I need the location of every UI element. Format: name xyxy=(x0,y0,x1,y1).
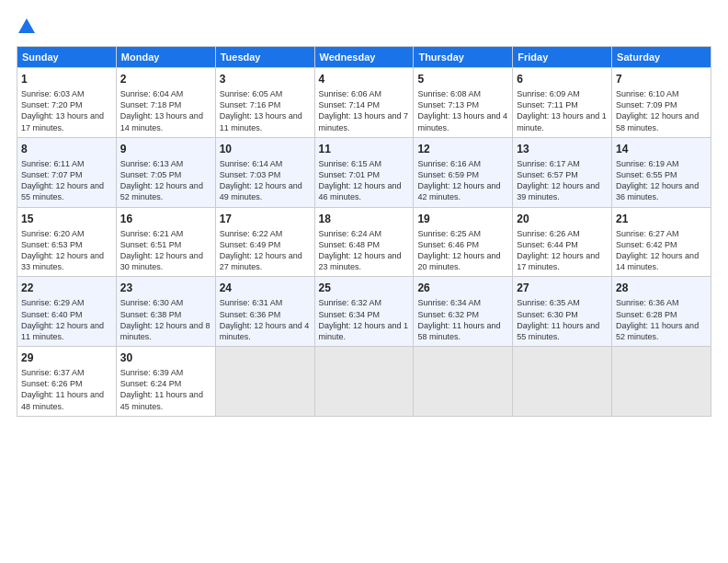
table-row: 7Sunrise: 6:10 AMSunset: 7:09 PMDaylight… xyxy=(612,68,711,138)
col-thursday: Thursday xyxy=(414,47,513,68)
calendar-week-row: 22Sunrise: 6:29 AMSunset: 6:40 PMDayligh… xyxy=(17,277,711,347)
day-number: 25 xyxy=(319,281,410,295)
table-row: 1Sunrise: 6:03 AMSunset: 7:20 PMDaylight… xyxy=(17,68,117,138)
day-info: Sunrise: 6:27 AMSunset: 6:42 PMDaylight:… xyxy=(616,229,699,271)
day-number: 7 xyxy=(616,72,707,86)
calendar-header-row: Sunday Monday Tuesday Wednesday Thursday… xyxy=(17,47,711,68)
day-info: Sunrise: 6:11 AMSunset: 7:07 PMDaylight:… xyxy=(21,159,104,201)
table-row: 25Sunrise: 6:32 AMSunset: 6:34 PMDayligh… xyxy=(314,277,414,347)
logo xyxy=(17,17,37,37)
calendar-week-row: 15Sunrise: 6:20 AMSunset: 6:53 PMDayligh… xyxy=(17,207,711,277)
table-row: 21Sunrise: 6:27 AMSunset: 6:42 PMDayligh… xyxy=(612,207,711,277)
col-friday: Friday xyxy=(513,47,612,68)
table-row: 16Sunrise: 6:21 AMSunset: 6:51 PMDayligh… xyxy=(116,207,215,277)
day-info: Sunrise: 6:13 AMSunset: 7:05 PMDaylight:… xyxy=(120,159,203,201)
logo-icon xyxy=(17,17,37,37)
col-sunday: Sunday xyxy=(17,47,117,68)
day-info: Sunrise: 6:16 AMSunset: 6:59 PMDaylight:… xyxy=(417,159,500,201)
table-row: 29Sunrise: 6:37 AMSunset: 6:26 PMDayligh… xyxy=(17,347,117,417)
day-number: 17 xyxy=(220,212,311,226)
table-row: 3Sunrise: 6:05 AMSunset: 7:16 PMDaylight… xyxy=(215,68,314,138)
calendar-week-row: 8Sunrise: 6:11 AMSunset: 7:07 PMDaylight… xyxy=(17,137,711,207)
day-number: 5 xyxy=(417,72,508,86)
day-info: Sunrise: 6:24 AMSunset: 6:48 PMDaylight:… xyxy=(319,229,402,271)
table-row: 18Sunrise: 6:24 AMSunset: 6:48 PMDayligh… xyxy=(314,207,414,277)
table-row: 15Sunrise: 6:20 AMSunset: 6:53 PMDayligh… xyxy=(17,207,117,277)
day-number: 20 xyxy=(517,212,608,226)
day-info: Sunrise: 6:10 AMSunset: 7:09 PMDaylight:… xyxy=(616,89,699,132)
day-info: Sunrise: 6:08 AMSunset: 7:13 PMDaylight:… xyxy=(417,89,507,132)
day-number: 11 xyxy=(319,142,410,156)
table-row: 4Sunrise: 6:06 AMSunset: 7:14 PMDaylight… xyxy=(314,68,414,138)
table-row: 13Sunrise: 6:17 AMSunset: 6:57 PMDayligh… xyxy=(513,137,612,207)
col-wednesday: Wednesday xyxy=(314,47,414,68)
day-info: Sunrise: 6:06 AMSunset: 7:14 PMDaylight:… xyxy=(319,89,409,132)
day-number: 19 xyxy=(417,212,508,226)
day-number: 8 xyxy=(21,142,112,156)
table-row xyxy=(414,347,513,417)
day-number: 12 xyxy=(417,142,508,156)
day-info: Sunrise: 6:34 AMSunset: 6:32 PMDaylight:… xyxy=(417,298,500,340)
day-number: 18 xyxy=(319,212,410,226)
page: Sunday Monday Tuesday Wednesday Thursday… xyxy=(0,0,728,563)
day-info: Sunrise: 6:31 AMSunset: 6:36 PMDaylight:… xyxy=(220,298,310,340)
table-row xyxy=(314,347,414,417)
day-info: Sunrise: 6:35 AMSunset: 6:30 PMDaylight:… xyxy=(517,298,599,340)
day-number: 16 xyxy=(120,212,211,226)
day-info: Sunrise: 6:14 AMSunset: 7:03 PMDaylight:… xyxy=(220,159,302,201)
table-row: 12Sunrise: 6:16 AMSunset: 6:59 PMDayligh… xyxy=(414,137,513,207)
day-info: Sunrise: 6:26 AMSunset: 6:44 PMDaylight:… xyxy=(517,229,599,271)
table-row: 17Sunrise: 6:22 AMSunset: 6:49 PMDayligh… xyxy=(215,207,314,277)
day-info: Sunrise: 6:32 AMSunset: 6:34 PMDaylight:… xyxy=(319,298,409,340)
calendar-week-row: 1Sunrise: 6:03 AMSunset: 7:20 PMDaylight… xyxy=(17,68,711,138)
svg-marker-0 xyxy=(18,18,35,33)
table-row: 24Sunrise: 6:31 AMSunset: 6:36 PMDayligh… xyxy=(215,277,314,347)
table-row: 20Sunrise: 6:26 AMSunset: 6:44 PMDayligh… xyxy=(513,207,612,277)
day-info: Sunrise: 6:03 AMSunset: 7:20 PMDaylight:… xyxy=(21,89,104,132)
day-info: Sunrise: 6:22 AMSunset: 6:49 PMDaylight:… xyxy=(220,229,302,271)
day-number: 27 xyxy=(517,281,608,295)
table-row: 22Sunrise: 6:29 AMSunset: 6:40 PMDayligh… xyxy=(17,277,117,347)
day-number: 3 xyxy=(220,72,311,86)
table-row: 6Sunrise: 6:09 AMSunset: 7:11 PMDaylight… xyxy=(513,68,612,138)
day-number: 23 xyxy=(120,281,211,295)
table-row: 23Sunrise: 6:30 AMSunset: 6:38 PMDayligh… xyxy=(116,277,215,347)
table-row xyxy=(513,347,612,417)
day-number: 13 xyxy=(517,142,608,156)
table-row: 28Sunrise: 6:36 AMSunset: 6:28 PMDayligh… xyxy=(612,277,711,347)
day-number: 21 xyxy=(616,212,707,226)
table-row: 11Sunrise: 6:15 AMSunset: 7:01 PMDayligh… xyxy=(314,137,414,207)
day-info: Sunrise: 6:15 AMSunset: 7:01 PMDaylight:… xyxy=(319,159,402,201)
table-row: 8Sunrise: 6:11 AMSunset: 7:07 PMDaylight… xyxy=(17,137,117,207)
table-row: 30Sunrise: 6:39 AMSunset: 6:24 PMDayligh… xyxy=(116,347,215,417)
day-number: 24 xyxy=(220,281,311,295)
day-number: 15 xyxy=(21,212,112,226)
day-number: 30 xyxy=(120,350,211,365)
day-number: 6 xyxy=(517,72,608,86)
day-number: 9 xyxy=(120,142,211,156)
day-number: 22 xyxy=(21,281,112,295)
day-info: Sunrise: 6:37 AMSunset: 6:26 PMDaylight:… xyxy=(21,368,104,410)
day-number: 2 xyxy=(120,72,211,86)
table-row: 5Sunrise: 6:08 AMSunset: 7:13 PMDaylight… xyxy=(414,68,513,138)
day-info: Sunrise: 6:30 AMSunset: 6:38 PMDaylight:… xyxy=(120,298,210,340)
col-tuesday: Tuesday xyxy=(215,47,314,68)
header xyxy=(17,17,711,37)
table-row xyxy=(215,347,314,417)
day-info: Sunrise: 6:09 AMSunset: 7:11 PMDaylight:… xyxy=(517,89,607,132)
day-info: Sunrise: 6:19 AMSunset: 6:55 PMDaylight:… xyxy=(616,159,699,201)
col-saturday: Saturday xyxy=(612,47,711,68)
day-number: 4 xyxy=(319,72,410,86)
table-row: 14Sunrise: 6:19 AMSunset: 6:55 PMDayligh… xyxy=(612,137,711,207)
day-number: 14 xyxy=(616,142,707,156)
day-info: Sunrise: 6:04 AMSunset: 7:18 PMDaylight:… xyxy=(120,89,203,132)
table-row xyxy=(612,347,711,417)
day-info: Sunrise: 6:17 AMSunset: 6:57 PMDaylight:… xyxy=(517,159,599,201)
calendar-table: Sunday Monday Tuesday Wednesday Thursday… xyxy=(17,46,711,417)
day-info: Sunrise: 6:21 AMSunset: 6:51 PMDaylight:… xyxy=(120,229,203,271)
day-number: 1 xyxy=(21,72,112,86)
table-row: 10Sunrise: 6:14 AMSunset: 7:03 PMDayligh… xyxy=(215,137,314,207)
table-row: 27Sunrise: 6:35 AMSunset: 6:30 PMDayligh… xyxy=(513,277,612,347)
day-number: 28 xyxy=(616,281,707,295)
day-info: Sunrise: 6:05 AMSunset: 7:16 PMDaylight:… xyxy=(220,89,302,132)
